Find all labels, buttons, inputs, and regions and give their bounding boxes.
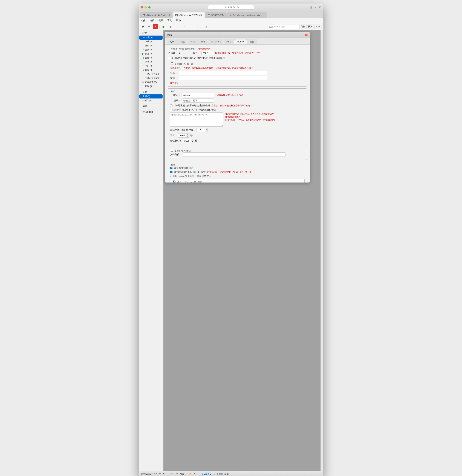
upnp-checkbox[interactable]	[168, 57, 170, 60]
minimize-button[interactable]	[145, 6, 147, 8]
username-input[interactable]	[182, 93, 214, 97]
tab-github[interactable]: 🐙 GitHub - ngosang/trackerslist: Updated…	[227, 12, 267, 18]
idle-icon: ↕	[142, 65, 144, 67]
fail-down-button[interactable]: ▼	[205, 130, 207, 132]
search-button[interactable]: 搜索	[307, 24, 314, 29]
pause-all-button[interactable]: ⏸	[168, 24, 173, 29]
sidebar-item-upload-paused[interactable]: ↑ 上传已暂停 (0)	[139, 72, 163, 76]
reload-icon[interactable]: ↻	[237, 6, 239, 9]
back-button[interactable]: ‹	[155, 6, 156, 9]
tab-bittorrent[interactable]: BitTorrent	[208, 39, 223, 44]
checking-icon: 🔍	[142, 81, 144, 84]
windows-icon[interactable]: ⧉	[319, 6, 321, 9]
sidebar-item-downloading[interactable]: ↓ 下载 (0)	[139, 40, 163, 44]
ban-input[interactable]	[178, 134, 186, 137]
sidebar-section-tracker[interactable]: ▼ TRACKER	[139, 110, 163, 114]
menu-view[interactable]: 视图	[158, 18, 164, 22]
menu-help[interactable]: 帮助	[175, 18, 181, 22]
cert-info-link[interactable]: 证书信息	[170, 82, 305, 85]
https-checkbox[interactable]	[171, 62, 173, 65]
alt-webui-fieldset: 使用备用 Web UI 文件路径：	[168, 148, 307, 160]
sidebar-divider-3	[139, 109, 163, 110]
sidebar-item-paused[interactable]: ⏸ 暂停 (0)	[139, 56, 163, 60]
menu-file[interactable]: 文件	[140, 18, 146, 22]
sidebar-item-cat-all[interactable]: 全部 (0)	[139, 94, 163, 99]
ban-row: 禁止： ▲ ▼ 秒	[170, 133, 305, 137]
settings-button[interactable]: ⚙	[203, 24, 209, 29]
fail-input[interactable]	[197, 128, 205, 132]
file-path-input[interactable]	[183, 153, 286, 156]
session-down-button[interactable]: ▼	[191, 141, 194, 143]
menu-edit[interactable]: 编辑	[149, 18, 155, 22]
tab-label-3: NAS7F9C8D	[211, 14, 223, 17]
fail-up-button[interactable]: ▲	[205, 128, 207, 130]
sidebar-item-stalled[interactable]: ⏸ 暂停 (0)	[139, 68, 163, 72]
sidebar-item-completed[interactable]: ✓ 完成 (0)	[139, 48, 163, 52]
menu-tools[interactable]: 工具	[167, 18, 173, 22]
whitelist-textarea[interactable]	[170, 112, 223, 127]
sidebar-item-seeding[interactable]: ↑ 做种 (0)	[139, 44, 163, 48]
key-input[interactable]	[179, 76, 267, 80]
rss-button[interactable]: RSS	[314, 25, 322, 29]
tab-nas[interactable]: 🔲 NAS7F9C8D	[205, 12, 227, 18]
tab-speed[interactable]: 速度	[198, 39, 208, 44]
tab-webui[interactable]: Web UI	[234, 39, 247, 44]
sidebar-item-cat-uncategorized[interactable]: 未分类 (0)	[139, 99, 163, 102]
tab-connection[interactable]: 连接	[188, 39, 197, 44]
session-up-button[interactable]: ▲	[191, 139, 194, 141]
session-spinner: ▲ ▼	[183, 139, 194, 143]
sidebar-section-category[interactable]: ▼ 分类	[139, 90, 163, 94]
bypass-local-checkbox[interactable]	[170, 104, 172, 107]
session-row: 会话超时： ▲ ▼ 秒	[170, 139, 305, 143]
dialog-titlebar: 选项 ✕	[165, 32, 310, 38]
sidebar-label-stalled: 暂停 (0)	[145, 68, 153, 72]
tab-rss[interactable]: RSS	[224, 39, 234, 44]
status-arrow-icon: ▼	[140, 32, 142, 34]
host-header-checkbox[interactable]	[173, 180, 175, 182]
tab-qbittorrent-2[interactable]: 🔲 qBittorrent v4.6.3 Web UI	[173, 12, 205, 18]
transfer-button[interactable]: 传输	[299, 24, 307, 29]
tab-qbittorrent-1[interactable]: 🔲 qBittorrent v4.6.3 Web UI	[140, 12, 172, 18]
tab-behavior[interactable]: 行为	[167, 39, 177, 44]
sidebar-label-completed: 完成 (0)	[145, 48, 153, 51]
priority-bottom-button[interactable]: ⇊	[195, 24, 200, 29]
tab-download[interactable]: 下载	[177, 39, 187, 44]
sidebar-section-tags[interactable]: ▼ 标签	[139, 104, 163, 109]
priority-top-button[interactable]: ⇈	[176, 24, 181, 29]
start-all-button[interactable]: ▶	[161, 24, 166, 29]
cert-input[interactable]	[179, 71, 267, 75]
sidebar-item-resumed[interactable]: ▶ 恢复 (0)	[139, 52, 163, 56]
close-button[interactable]	[141, 6, 143, 8]
sidebar-section-status[interactable]: ▼ 状态	[139, 31, 163, 35]
port-input[interactable]	[201, 51, 214, 55]
address-bar[interactable]: 10.12.21.36 ↻	[208, 5, 254, 9]
alt-webui-checkbox[interactable]	[171, 149, 173, 152]
priority-down-button[interactable]: ↓	[188, 24, 194, 29]
browser-tabs: 🔲 qBittorrent v4.6.3 Web UI 🔲 qBittorren…	[139, 11, 323, 18]
switch-icon[interactable]: ⇄	[140, 24, 145, 29]
forward-button[interactable]: ›	[158, 6, 159, 9]
tab-icon-1: 🔲	[143, 14, 145, 17]
ban-down-button[interactable]: ▼	[186, 136, 189, 137]
sidebar-item-error[interactable]: ❗ 错误 (0)	[139, 84, 163, 88]
new-tab-icon[interactable]: +	[315, 6, 317, 9]
sidebar-item-download-paused[interactable]: ↓ 下载已暂停 (0)	[139, 76, 163, 80]
dialog-close-button[interactable]: ✕	[305, 34, 308, 36]
add-torrent-button[interactable]: +	[146, 24, 152, 29]
clickjack-checkbox[interactable]	[170, 167, 172, 169]
delete-button[interactable]: ✕	[153, 24, 158, 29]
priority-up-button[interactable]: ↑	[182, 24, 188, 29]
maximize-button[interactable]	[148, 6, 151, 8]
session-input[interactable]	[183, 139, 191, 143]
tab-advanced[interactable]: 高级	[247, 39, 257, 44]
csrf-checkbox[interactable]	[170, 171, 172, 173]
sidebar-item-all[interactable]: ≋ 全部 (0)	[139, 35, 163, 40]
password-input[interactable]	[182, 99, 214, 102]
ban-up-button[interactable]: ▲	[186, 134, 189, 136]
sidebar-item-active[interactable]: ⚡ 活动 (0)	[139, 60, 163, 64]
sidebar-item-checking[interactable]: 🔍 正在检查 (0)	[139, 80, 163, 84]
sidebar-item-idle[interactable]: ↕ 空闲 (0)	[139, 64, 163, 68]
search-input[interactable]	[268, 25, 299, 29]
bypass-whitelist-checkbox[interactable]	[170, 109, 172, 111]
share-icon[interactable]: ⎙	[310, 6, 312, 9]
